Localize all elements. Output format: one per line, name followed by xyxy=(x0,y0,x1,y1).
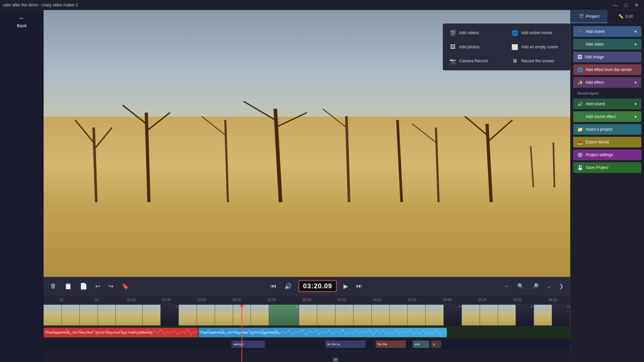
copy-button[interactable]: 📋 xyxy=(63,281,73,291)
table-row[interactable]: ✕2965: 1 xyxy=(408,305,426,326)
paste-button[interactable]: 📄 xyxy=(78,281,89,291)
add-scene-button[interactable]: ➕ Add scene ▼ xyxy=(573,26,641,37)
table-row[interactable]: ✕:921 xyxy=(480,305,498,326)
table-row[interactable]: ✕1978: xyxy=(498,305,516,326)
table-row[interactable]: ✕IVI_3000: 25.1 xyxy=(269,305,299,326)
svg-line-13 xyxy=(397,120,402,202)
table-row[interactable]: ✕3001: 1 xyxy=(299,305,317,326)
audio-clip-2[interactable]: Przemysław Rudź - Let Them Float - 03 In… xyxy=(199,328,447,337)
app-layout: ← Back xyxy=(0,10,644,362)
ruler-mark: 06:15 xyxy=(535,298,570,302)
svg-line-14 xyxy=(436,127,439,202)
insert-project-button[interactable]: 📁 Insert a project xyxy=(573,124,641,135)
table-row[interactable]: ✕:54 xyxy=(390,305,408,326)
add-photos-item[interactable]: 🖼 Add photos xyxy=(446,41,505,53)
redo-button[interactable]: ↪ xyxy=(107,281,115,291)
save-icon: 💾 xyxy=(577,165,583,170)
add-empty-scene-item[interactable]: ⬜ Add an empty scene xyxy=(508,41,567,53)
back-button[interactable]: ← Back xyxy=(4,14,40,28)
maximize-button[interactable]: □ xyxy=(621,1,631,9)
subtitle-track: awing # ter the ca fter the wsk ly xyxy=(44,339,570,350)
export-movie-button[interactable]: 📤 Export Movie xyxy=(573,137,641,147)
audio-track-1: Przemysław Rudź - Let Them Float - 05 Le… xyxy=(44,326,570,339)
camera-record-item[interactable]: 📷 Camera Record xyxy=(446,55,505,67)
volume-button[interactable]: 🔊 xyxy=(283,281,293,291)
dropdown-col-left: 🎬 Add videos 🖼 Add photos 📷 Camera Recor… xyxy=(446,26,505,67)
add-marker-button[interactable]: 🔖 xyxy=(120,281,130,291)
tab-edit[interactable]: ✏️ Edit xyxy=(607,10,644,23)
timeline-area: :25 :50 01:15 01:40 02:05 02:30 02:55 03… xyxy=(44,295,570,362)
table-row[interactable]: ✕2948: 1 xyxy=(354,305,372,326)
dropdown-col-right: 🌐 Add online movie ⬜ Add an empty scene … xyxy=(508,26,567,67)
save-project-button[interactable]: 💾 Save Project xyxy=(573,162,641,173)
add-sound-button[interactable]: 🔊 Add sound ▼ xyxy=(573,99,641,109)
svg-line-8 xyxy=(275,109,281,202)
play-button[interactable]: ▶ xyxy=(342,281,350,291)
expand-button[interactable]: ⌄ xyxy=(545,282,552,291)
table-row[interactable]: ✕:977: 80 xyxy=(516,305,534,326)
table-row[interactable]: ✕VL_3009: 21. xyxy=(116,305,143,326)
panel-buttons: ➕ Add scene ▼ 🎥 Add video ▼ 🖼 Add image … xyxy=(571,23,644,362)
svg-line-9 xyxy=(244,101,275,120)
add-online-movie-item[interactable]: 🌐 Add online movie xyxy=(508,26,567,39)
table-row[interactable]: ✕:95 xyxy=(251,305,269,326)
clip-strip: ✕004: ✕:21 ✕3006: ✕:108 ✕VL_3009: 21. ✕3… xyxy=(44,305,570,326)
skip-start-button[interactable]: ⏮ xyxy=(269,281,278,291)
table-row[interactable]: ✕2943: 1 xyxy=(335,305,354,326)
camera-record-label: Camera Record xyxy=(459,59,488,63)
forward-button[interactable]: ❯ xyxy=(558,282,565,291)
table-row[interactable]: ✕2985: 1 xyxy=(534,305,552,326)
fit-button[interactable]: ↔ xyxy=(502,282,511,291)
add-image-button[interactable]: 🖼 Add image xyxy=(573,52,641,62)
table-row[interactable]: ✕14.45 xyxy=(552,305,570,326)
table-row[interactable]: ✕:93 xyxy=(197,305,215,326)
zoom-in-button[interactable]: 🔎 xyxy=(531,282,540,291)
undo-button[interactable]: ↩ xyxy=(94,281,102,291)
table-row[interactable]: ✕1: 1t xyxy=(215,305,233,326)
ruler-mark: 05:25 xyxy=(465,298,500,302)
table-row[interactable]: ✕2970: 1 xyxy=(444,305,462,326)
add-video-icon: 🎥 xyxy=(577,42,583,47)
skip-end-button[interactable]: ⏭ xyxy=(355,281,364,291)
table-row[interactable]: ✕:951: xyxy=(372,305,390,326)
table-row[interactable]: ✕:990: xyxy=(161,305,179,326)
subtitle-clip-5[interactable]: ly xyxy=(431,341,441,348)
ruler-marks: :25 :50 01:15 01:40 02:05 02:30 02:55 03… xyxy=(44,295,570,304)
ruler-mark: :50 xyxy=(79,298,114,302)
svg-line-11 xyxy=(346,116,349,202)
add-videos-item[interactable]: 🎬 Add videos xyxy=(446,26,505,39)
audio-clip-1[interactable]: Przemysław Rudź - Let Them Float - 05 Le… xyxy=(44,328,198,337)
back-label: Back xyxy=(17,23,27,28)
add-video-button[interactable]: 🎥 Add video ▼ xyxy=(573,39,641,50)
project-settings-button[interactable]: ⚙️ Project settings xyxy=(573,149,641,160)
add-scene-icon: ➕ xyxy=(577,29,583,34)
table-row[interactable]: ✕3006: xyxy=(80,305,98,326)
table-row[interactable]: ✕:21 xyxy=(62,305,80,326)
record-screen-item[interactable]: 🖥 Record the screen xyxy=(508,55,567,67)
tab-project[interactable]: 🎬 Project xyxy=(571,10,607,23)
table-row[interactable]: ✕:974: xyxy=(462,305,480,326)
minimize-button[interactable]: — xyxy=(610,1,620,9)
add-effect-icon: ✨ xyxy=(577,80,583,85)
subtitle-clip-3[interactable]: fter the xyxy=(376,341,406,348)
table-row[interactable]: ✕3012: xyxy=(143,305,161,326)
table-row[interactable]: ✕2942: 1 xyxy=(317,305,335,326)
zoom-out-button[interactable]: 🔍 xyxy=(516,282,525,291)
add-sound-effect-button[interactable]: 🎵 Add sound effect ▼ xyxy=(573,111,641,122)
table-row[interactable]: ✕2992: xyxy=(179,305,197,326)
delete-button[interactable]: 🗑 xyxy=(49,281,58,291)
close-button[interactable]: ✕ xyxy=(632,1,641,9)
table-row[interactable]: ✕:108 xyxy=(98,305,116,326)
ruler-mark: 05:00 xyxy=(430,298,465,302)
playhead[interactable] xyxy=(241,305,242,362)
add-effect-server-button[interactable]: 🌐 Add effect from the server xyxy=(573,64,641,75)
sound-layers-label: Sound layers xyxy=(573,90,641,97)
subtitle-clip-2[interactable]: ter the ca xyxy=(325,341,366,348)
table-row[interactable]: ✕004: xyxy=(44,305,62,326)
table-row[interactable]: ✕2957: 1 xyxy=(426,305,444,326)
add-effect-button[interactable]: ✨ Add effect ▼ xyxy=(573,77,641,88)
subtitle-clip-4[interactable]: wsk xyxy=(413,341,429,348)
edit-icon: ✏️ xyxy=(618,14,624,19)
subtitle-clip-1[interactable]: awing # xyxy=(231,341,265,348)
timeline-tracks: ✕004: ✕:21 ✕3006: ✕:108 ✕VL_3009: 21. ✕3… xyxy=(44,305,570,362)
